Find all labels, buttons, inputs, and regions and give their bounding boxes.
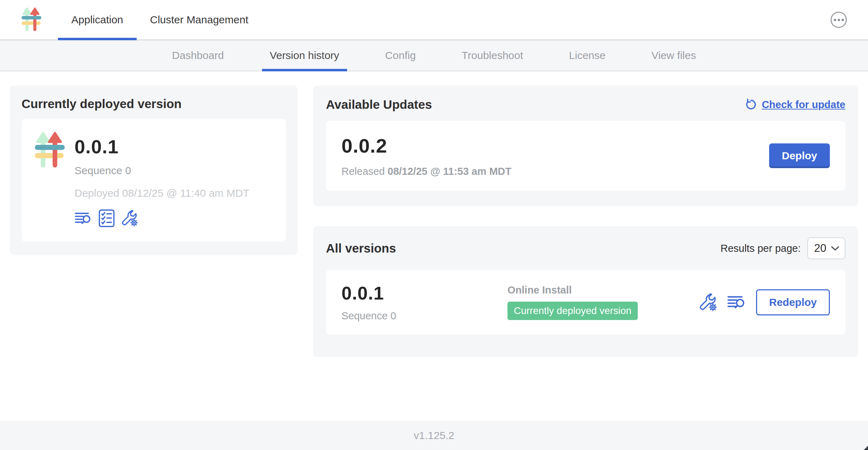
menu-dot	[838, 19, 840, 21]
view-diff-icon[interactable]	[727, 294, 746, 310]
deployed-sequence: Sequence 0	[75, 165, 249, 177]
tab-application[interactable]: Application	[58, 0, 137, 40]
deployed-version-details: 0.0.1 Sequence 0 Deployed 08/12/25 @ 11:…	[75, 131, 249, 227]
app-footer: v1.125.2	[0, 421, 868, 450]
right-column: Available Updates Check for update 0.0.2…	[313, 85, 858, 357]
version-history-page: Currently deployed version 0.0.1 Sequenc…	[0, 71, 868, 421]
check-for-update-link[interactable]: Check for update	[744, 98, 845, 111]
row-version-number: 0.0.1	[341, 283, 507, 304]
subnav-item-dashboard[interactable]: Dashboard	[172, 40, 224, 71]
results-per-page: Results per page: 20	[720, 237, 845, 259]
released-prefix: Released	[341, 166, 385, 177]
edit-config-icon[interactable]	[699, 293, 717, 312]
version-row-meta-column: Online Install Currently deployed versio…	[507, 284, 699, 320]
deployed-timestamp: Deployed 08/12/25 @ 11:40 am MDT	[75, 187, 249, 199]
subnav-item-config[interactable]: Config	[385, 40, 416, 71]
window-resize-corner	[864, 446, 868, 450]
results-per-page-label: Results per page:	[720, 243, 801, 254]
available-updates-title: Available Updates	[326, 97, 432, 112]
currently-deployed-badge: Currently deployed version	[507, 302, 638, 320]
available-updates-panel: Available Updates Check for update 0.0.2…	[313, 85, 858, 206]
deploy-button[interactable]: Deploy	[769, 143, 830, 168]
refresh-icon	[744, 98, 757, 111]
subnav-item-version-history[interactable]: Version history	[270, 40, 339, 71]
all-versions-title: All versions	[326, 241, 396, 255]
currently-deployed-title: Currently deployed version	[22, 97, 286, 111]
ellipsis-menu-icon[interactable]	[831, 12, 847, 28]
released-date: 08/12/25 @ 11:53 am MDT	[388, 166, 512, 177]
app-header: Application Cluster Management	[0, 0, 868, 40]
console-version: v1.125.2	[414, 430, 454, 442]
version-row-version-column: 0.0.1 Sequence 0	[341, 283, 507, 322]
results-per-page-value: 20	[814, 242, 826, 255]
arrows-logo-icon	[21, 7, 42, 32]
currently-deployed-panel: Currently deployed version 0.0.1 Sequenc…	[10, 85, 298, 255]
subnav-item-license[interactable]: License	[569, 40, 605, 71]
available-update-card: 0.0.2 Released08/12/25 @ 11:53 am MDT De…	[326, 121, 845, 191]
deployed-actions	[75, 209, 249, 227]
deployed-version-card: 0.0.1 Sequence 0 Deployed 08/12/25 @ 11:…	[22, 119, 286, 242]
install-type: Online Install	[507, 284, 699, 296]
deployed-version-number: 0.0.1	[75, 136, 249, 158]
tab-cluster-management-label: Cluster Management	[150, 14, 248, 26]
update-released-timestamp: Released08/12/25 @ 11:53 am MDT	[341, 166, 511, 177]
redeploy-button[interactable]: Redeploy	[756, 289, 830, 315]
menu-dot	[842, 19, 844, 21]
version-row: 0.0.1 Sequence 0 Online Install Currentl…	[326, 270, 845, 334]
app-subnav: Dashboard Version history Config Trouble…	[0, 40, 868, 71]
update-version-number: 0.0.2	[341, 134, 511, 157]
app-logo-icon	[21, 7, 42, 32]
tab-cluster-management[interactable]: Cluster Management	[137, 0, 262, 40]
tab-application-label: Application	[71, 14, 123, 26]
update-details: 0.0.2 Released08/12/25 @ 11:53 am MDT	[341, 134, 511, 177]
release-notes-icon[interactable]	[75, 211, 92, 226]
version-row-actions: Redeploy	[699, 289, 830, 315]
all-versions-panel: All versions Results per page: 20 0.0.1 …	[313, 226, 858, 357]
results-per-page-select[interactable]: 20	[807, 237, 845, 259]
app-tabs: Application Cluster Management	[58, 0, 262, 40]
app-logo-icon	[34, 131, 65, 170]
menu-dot	[834, 19, 836, 21]
subnav-item-troubleshoot[interactable]: Troubleshoot	[462, 40, 523, 71]
row-sequence: Sequence 0	[341, 310, 507, 322]
subnav-item-view-files[interactable]: View files	[652, 40, 696, 71]
chevron-down-icon	[831, 246, 839, 251]
edit-config-icon[interactable]	[121, 210, 138, 227]
check-for-update-label: Check for update	[762, 99, 845, 111]
preflight-checks-icon[interactable]	[99, 209, 115, 227]
